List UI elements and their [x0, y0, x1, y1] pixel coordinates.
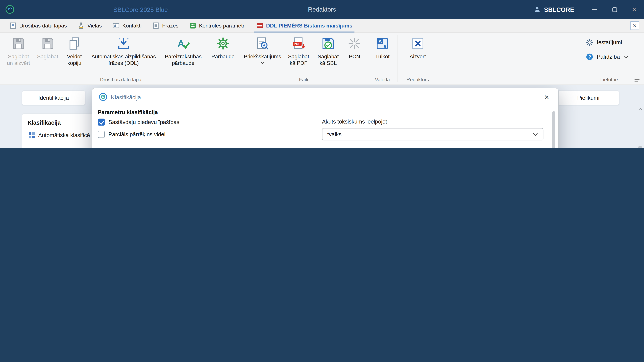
parameter-classification-header: Parametru klasifikācija — [98, 109, 158, 115]
button-label: Saglabāt — [37, 53, 58, 60]
user-label: SBLCORE — [544, 6, 574, 13]
floppy-sync-icon — [321, 36, 335, 50]
checkbox-label: Parciāls pārrēķins videi — [108, 131, 166, 138]
copy-pages-icon — [67, 36, 81, 50]
page-tab-identification[interactable]: Identifikācija — [22, 90, 86, 106]
button-label: PCN — [349, 53, 360, 60]
translate-button[interactable]: Tulkot — [368, 33, 397, 61]
save-button[interactable]: Saglabāt — [34, 33, 61, 61]
contacts-icon — [112, 22, 120, 29]
ribbon-separator — [367, 35, 367, 82]
minimize-icon — [592, 9, 597, 10]
scrollbar-thumb[interactable] — [638, 146, 642, 148]
checkbox-unchecked[interactable] — [98, 131, 105, 138]
sds-flag-icon — [256, 22, 263, 29]
close-tab-button[interactable]: ✕ — [630, 21, 639, 30]
chevron-down-icon — [624, 55, 628, 58]
button-label: Veidot kopiju — [63, 53, 86, 66]
app-title: SBLCore 2025 Blue — [114, 0, 168, 19]
tab-contacts[interactable]: Kontakti — [107, 19, 147, 32]
tab-safety-data-sheets[interactable]: Drošības datu lapas — [4, 19, 72, 32]
ribbon-group-label-editor: Redaktors — [399, 76, 436, 85]
app-logo-icon — [5, 4, 15, 14]
tab-label: DDL PIEMĒRS Bīstams maisījums — [266, 23, 352, 29]
page-tab-label: Pielikumi — [577, 95, 599, 101]
question-circle-icon — [586, 53, 594, 61]
panel-title: Klasifikācija — [28, 120, 61, 126]
dialog-scrollbar[interactable] — [552, 107, 556, 148]
classification-dialog: Klasifikācija ✕ Parametru klasifikācija … — [92, 88, 558, 148]
grid-icon — [28, 132, 36, 139]
page-tab-attachments[interactable]: Pielikumi — [558, 90, 620, 106]
button-label: Tulkot — [375, 53, 390, 60]
control-parameters-icon — [189, 22, 196, 29]
page-tab-label: Identifikācija — [38, 95, 69, 101]
button-label: Aizvērt — [410, 53, 426, 60]
button-label: Priekšskatījums — [244, 53, 281, 60]
auto-classification-label: Automātiska klasificē — [38, 132, 90, 138]
tab-label: Frāzes — [162, 23, 178, 29]
acute-toxicity-label: Akūts toksiskums ieelpojot — [322, 119, 387, 125]
nav-tabbar: Drošības datu lapas Vielas Kontakti Frāz… — [0, 19, 644, 33]
ribbon-separator — [510, 35, 510, 82]
dialog-scrollbar-thumb[interactable] — [552, 111, 556, 148]
close-icon: ✕ — [632, 6, 636, 13]
checkbox-row-additive[interactable]: Sastāvdaļu piedevu īpašības — [98, 119, 179, 126]
tab-phrases[interactable]: Frāzes — [147, 19, 184, 32]
dialog-title: Klasifikācija — [111, 94, 141, 101]
blue-x-icon — [411, 36, 425, 50]
autofill-phrases-button[interactable]: Automātiskās aizpildīšanas frāzes (DDL) — [88, 33, 160, 67]
main-scrollbar[interactable] — [638, 106, 643, 148]
dialog-logo-icon — [98, 92, 108, 101]
dialog-close-button[interactable]: ✕ — [542, 92, 552, 102]
close-editor-button[interactable]: Aizvērt — [399, 33, 436, 61]
preview-button[interactable]: Priekšskatījums — [241, 33, 284, 65]
application-window: SBLCore 2025 Blue Redaktors SBLCORE ✕ Dr… — [0, 0, 644, 148]
check-button[interactable]: Pārbaude — [207, 33, 239, 61]
spellcheck-icon — [176, 36, 190, 50]
tab-sds-document-active[interactable]: DDL PIEMĒRS Bīstams maisījums — [251, 19, 358, 32]
maximize-icon — [612, 7, 617, 12]
pdf-document-icon — [292, 36, 306, 50]
document-list-icon — [10, 22, 16, 29]
close-window-button[interactable]: ✕ — [624, 0, 644, 19]
button-label: Saglabāt kā PDF — [286, 53, 311, 66]
user-menu[interactable]: SBLCORE — [534, 6, 574, 13]
help-button[interactable]: Palīdzība — [584, 50, 641, 64]
button-label: Saglabāt un aizvērt — [5, 53, 32, 66]
auto-classification-item[interactable]: Automātiska klasificē — [28, 132, 90, 139]
maximize-button[interactable] — [604, 0, 624, 19]
tab-substances[interactable]: Vielas — [72, 19, 107, 32]
save-as-pdf-button[interactable]: Saglabāt kā PDF — [284, 33, 313, 67]
dropdown-value: tvaiks — [327, 131, 342, 137]
phrases-icon — [152, 22, 160, 29]
save-as-sbl-button[interactable]: Saglabāt kā SBL — [314, 33, 343, 67]
ribbon-separator — [398, 35, 398, 82]
scroll-up-arrow[interactable] — [638, 106, 643, 112]
checkbox-row-partial[interactable]: Parciāls pārrēķins videi — [98, 131, 166, 138]
translate-icon — [375, 36, 389, 50]
spellcheck-button[interactable]: Pareizrakstības pārbaude — [160, 33, 207, 67]
save-and-close-button[interactable]: Saglabāt un aizvērt — [2, 33, 34, 67]
chevron-down-icon — [533, 132, 538, 136]
ribbon: Saglabāt un aizvērt Saglabāt Veidot kopi… — [0, 33, 644, 85]
ribbon-group-label-sds: Drošības datu lapa — [2, 76, 239, 85]
make-copy-button[interactable]: Veidot kopiju — [61, 33, 88, 67]
acute-toxicity-dropdown[interactable]: tvaiks — [322, 128, 543, 140]
button-label: Automātiskās aizpildīšanas frāzes (DDL) — [90, 53, 157, 66]
ribbon-group-label-files: Faili — [241, 76, 366, 85]
tab-control-parameters[interactable]: Kontroles parametri — [184, 19, 251, 32]
ribbon-group-label-language: Valoda — [368, 76, 397, 85]
titlebar: SBLCore 2025 Blue Redaktors SBLCORE ✕ — [0, 0, 644, 19]
asterisk-icon — [348, 36, 362, 50]
flask-icon — [78, 22, 84, 29]
button-label: Palīdzība — [597, 54, 620, 60]
pcn-button[interactable]: PCN — [343, 33, 366, 61]
button-label: Pārbaude — [212, 53, 234, 60]
minimize-button[interactable] — [585, 0, 604, 19]
gear-icon — [216, 36, 230, 50]
settings-button[interactable]: Iestatījumi — [584, 35, 641, 50]
checkbox-checked[interactable] — [98, 119, 105, 126]
content-area: Identifikācija Pielikumi Klasifikācija A… — [0, 85, 644, 148]
button-label: Pareizrakstības pārbaude — [162, 53, 204, 66]
